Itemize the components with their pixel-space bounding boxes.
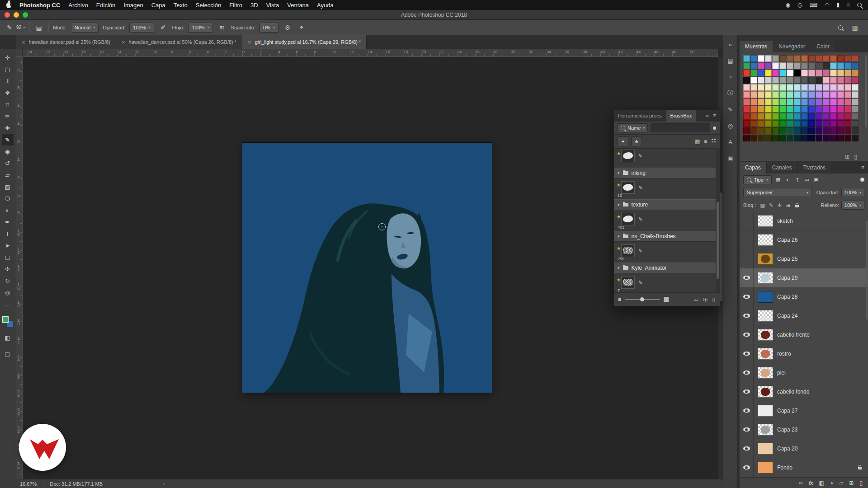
gradient-tool[interactable]: ▨ [2,181,14,192]
color-swatch[interactable] [772,99,779,105]
color-swatch[interactable] [801,77,808,84]
chevron-down-icon[interactable]: ▾ [618,171,620,175]
color-swatch[interactable] [779,113,786,120]
color-swatch[interactable] [844,84,851,91]
zoom-level[interactable]: 16.67% [20,481,37,487]
close-icon[interactable]: × [248,39,251,45]
lock-transparency-icon[interactable]: ▨ [759,202,766,209]
color-swatch[interactable] [765,55,772,62]
color-swatch[interactable] [750,99,757,105]
tab-canales[interactable]: Canales [767,162,798,174]
color-swatch[interactable] [787,120,793,127]
brush-group-header[interactable]: ▾ inking [614,168,716,178]
panel-menu-icon[interactable]: ≡ [713,113,716,119]
color-swatch[interactable] [808,77,815,84]
color-swatch[interactable] [844,62,851,69]
menubar-item[interactable]: Ventana [287,2,309,9]
color-swatch[interactable] [844,77,851,84]
crop-tool[interactable]: ⌗ [2,99,14,110]
color-swatch[interactable] [779,127,786,134]
libraries-panel-icon[interactable]: ▣ [725,153,736,164]
color-swatch[interactable] [758,84,764,91]
color-swatch[interactable] [830,106,837,113]
color-swatch[interactable] [844,135,851,141]
layer-thumbnail[interactable] [758,424,773,436]
layer-visibility-toggle[interactable] [740,363,754,382]
filter-type-layers-icon[interactable]: T [793,176,802,184]
color-swatch[interactable] [758,91,764,98]
info-panel-icon[interactable]: ⓘ [725,88,736,99]
properties-panel-icon[interactable]: ▤ [725,55,736,66]
layer-row[interactable]: Capa 27 [740,401,868,420]
color-swatch[interactable] [823,55,830,62]
color-swatch[interactable] [808,99,815,105]
dodge-tool[interactable]: ◐ [2,204,14,216]
color-swatch[interactable] [801,55,808,62]
record-dot-icon[interactable] [713,127,716,130]
new-layer-icon[interactable]: ⊞ [849,480,854,486]
color-swatch[interactable] [743,70,750,76]
pen-tool[interactable]: ✒ [2,216,14,228]
color-swatch[interactable] [808,127,815,134]
color-swatch[interactable] [750,135,757,141]
path-selection-tool[interactable]: ➤ [2,239,14,251]
type-tool[interactable]: T [2,228,14,239]
layer-mask-icon[interactable]: ◧ [819,480,824,486]
close-icon[interactable]: × [122,39,125,45]
color-swatch[interactable] [837,106,844,113]
new-brush-group-icon[interactable]: ▱ [694,296,698,303]
layer-name[interactable]: rostro [777,351,791,357]
color-swatch[interactable] [765,84,772,91]
color-swatch[interactable] [772,127,779,134]
color-swatch[interactable] [830,127,837,134]
layer-name[interactable]: Capa 23 [777,427,797,433]
edit-toolbar-icon[interactable]: ⋯ [5,303,10,309]
filter-toggle-icon[interactable] [860,178,864,182]
color-swatch[interactable] [852,55,859,62]
color-swatch[interactable] [823,135,830,141]
foreground-color-swatch[interactable] [2,316,9,323]
color-swatch[interactable] [743,127,750,134]
brush-star-icon[interactable]: ★ [631,136,642,146]
history-brush-tool[interactable]: ↺ [2,157,14,169]
color-swatch[interactable] [794,120,801,127]
layer-visibility-toggle[interactable] [740,420,754,439]
color-swatch[interactable] [779,77,786,84]
layer-row[interactable]: rostro [740,344,868,363]
color-swatch[interactable] [779,55,786,62]
color-swatch[interactable] [844,91,851,98]
spotlight-icon[interactable] [857,3,862,7]
color-swatch[interactable] [794,91,801,98]
color-swatch[interactable] [823,99,830,105]
color-swatch[interactable] [787,55,793,62]
color-swatch[interactable] [787,62,793,69]
color-swatch[interactable] [852,77,859,84]
color-swatch[interactable] [823,77,830,84]
layer-row[interactable]: piel [740,363,868,382]
layer-thumbnail[interactable] [758,462,773,474]
layer-row[interactable]: Capa 20 [740,439,868,458]
zoom-window-icon[interactable] [23,12,28,18]
eyedropper-tool[interactable]: ✑ [2,110,14,122]
layer-row[interactable]: Capa 26 [740,230,868,249]
layer-name[interactable]: cabello fondo [777,389,809,395]
battery-icon[interactable]: ▮ [836,2,840,8]
brush-group-header[interactable]: ▾ texture [614,199,716,210]
color-swatch[interactable] [750,62,757,69]
color-swatch[interactable] [794,106,801,113]
filter-smart-objects-icon[interactable]: ▣ [812,176,821,184]
thumbnail-small-icon[interactable] [618,298,621,301]
color-swatch[interactable] [837,120,844,127]
color-swatch[interactable] [772,55,779,62]
color-swatch[interactable] [816,135,822,141]
scrollbar-thumb[interactable] [717,202,719,279]
color-swatch[interactable] [830,99,837,105]
color-swatch[interactable] [794,84,801,91]
layer-visibility-toggle[interactable] [740,344,754,363]
color-swatch[interactable] [772,62,779,69]
brush-tool[interactable]: ✎ [2,134,14,145]
layer-visibility-toggle[interactable] [740,230,754,249]
layer-thumbnail[interactable] [758,310,773,322]
clock-icon[interactable]: ◷ [797,2,802,8]
color-swatch[interactable] [772,106,779,113]
